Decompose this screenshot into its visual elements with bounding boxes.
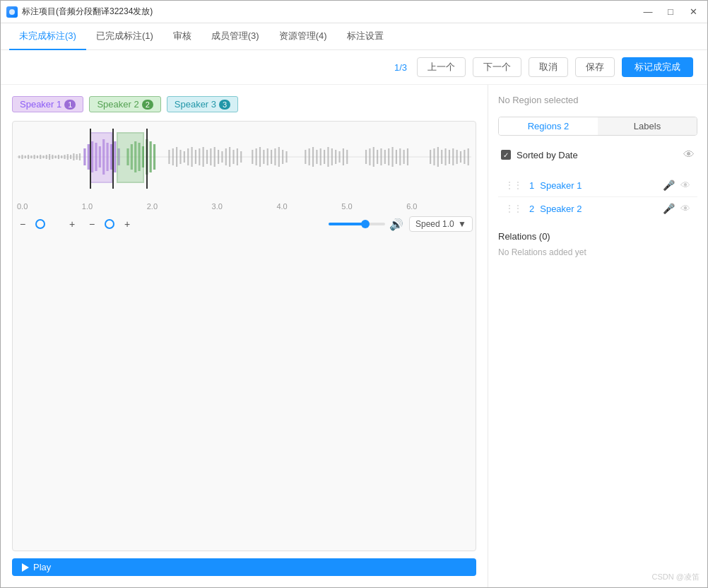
drag-handle-1[interactable]: ⋮⋮: [505, 180, 522, 190]
zoom-in-button-2[interactable]: +: [120, 217, 134, 231]
speed-select[interactable]: Speed 1.0 ▼: [409, 216, 473, 232]
tab-labels[interactable]: Labels: [598, 117, 697, 135]
play-button[interactable]: Play: [12, 558, 476, 576]
zoom-out-button-2[interactable]: −: [85, 217, 99, 231]
tab-settings[interactable]: 标注设置: [337, 23, 394, 50]
speaker-row-1-name: Speaker 1: [540, 180, 657, 191]
speaker-tag-2[interactable]: Speaker 2 2: [89, 96, 160, 112]
tab-review[interactable]: 审核: [163, 23, 201, 50]
maximize-button[interactable]: □: [662, 5, 679, 19]
svg-rect-89: [388, 148, 389, 165]
timeline-3: 3.0: [212, 202, 277, 211]
svg-rect-51: [206, 150, 208, 164]
svg-rect-20: [73, 153, 74, 160]
window-controls: — □ ✕: [639, 5, 702, 19]
speaker-3-label: Speaker 3: [175, 99, 216, 110]
region-speaker2[interactable]: [117, 132, 144, 183]
waveform-area: [17, 129, 471, 199]
mic-icon-2[interactable]: 🎤: [663, 203, 675, 214]
sort-checkbox[interactable]: [501, 150, 511, 160]
close-button[interactable]: ✕: [685, 5, 702, 19]
svg-rect-64: [263, 150, 264, 164]
save-button[interactable]: 保存: [575, 57, 615, 77]
svg-rect-21: [76, 154, 78, 160]
svg-rect-11: [46, 155, 47, 159]
svg-rect-92: [399, 148, 401, 165]
tab-resources[interactable]: 资源管理(4): [269, 23, 337, 50]
svg-rect-74: [316, 150, 317, 164]
svg-rect-46: [187, 148, 189, 165]
speaker-tag-1[interactable]: Speaker 1 1: [12, 96, 83, 112]
svg-rect-67: [274, 148, 276, 165]
svg-rect-15: [58, 155, 59, 159]
cursor-line-1: [90, 129, 91, 189]
speaker-tag-3[interactable]: Speaker 3 3: [167, 96, 238, 112]
tab-complete[interactable]: 已完成标注(1): [86, 23, 163, 50]
svg-rect-75: [320, 148, 321, 165]
svg-rect-71: [305, 150, 306, 164]
svg-rect-101: [452, 148, 454, 165]
timeline-4: 4.0: [276, 202, 341, 211]
timeline: 0.0 1.0 2.0 3.0 4.0 5.0 6.0: [13, 202, 476, 211]
zoom-out-button-1[interactable]: −: [16, 217, 30, 231]
eye-icon-2[interactable]: 👁: [680, 203, 690, 214]
svg-rect-42: [172, 148, 174, 165]
tab-incomplete[interactable]: 未完成标注(3): [9, 23, 86, 50]
right-panel: No Region selected Regions 2 Labels Sort…: [488, 85, 707, 587]
svg-rect-55: [221, 151, 223, 163]
drag-handle-2[interactable]: ⋮⋮: [505, 204, 522, 213]
eye-icon-1[interactable]: 👁: [680, 180, 690, 191]
prev-button[interactable]: 上一个: [417, 57, 466, 77]
svg-rect-66: [271, 150, 272, 164]
svg-rect-16: [61, 155, 62, 158]
zoom-circle-2: [105, 219, 114, 229]
volume-thumb[interactable]: [361, 220, 370, 228]
svg-rect-54: [218, 150, 219, 164]
svg-rect-52: [210, 148, 211, 165]
svg-rect-22: [79, 153, 81, 160]
tab-regions[interactable]: Regions 2: [499, 117, 598, 135]
svg-rect-50: [203, 147, 204, 167]
waveform-container[interactable]: 0.0 1.0 2.0 3.0 4.0 5.0 6.0 − + −: [12, 121, 476, 551]
volume-fill: [329, 223, 365, 225]
svg-rect-23: [83, 148, 85, 165]
svg-rect-83: [365, 150, 367, 164]
svg-rect-8: [37, 155, 38, 158]
cursor-line-3: [146, 129, 148, 189]
speaker-3-badge: 3: [219, 100, 230, 110]
next-button[interactable]: 下一个: [473, 57, 521, 77]
svg-rect-81: [343, 148, 344, 165]
svg-rect-14: [55, 155, 57, 158]
timeline-6: 6.0: [406, 202, 471, 211]
svg-rect-78: [331, 148, 333, 165]
zoom-in-button-1[interactable]: +: [65, 217, 79, 231]
svg-rect-91: [396, 150, 397, 164]
svg-rect-95: [430, 150, 431, 164]
svg-rect-45: [184, 151, 185, 163]
svg-rect-84: [369, 148, 370, 165]
svg-rect-82: [346, 150, 348, 164]
cancel-button[interactable]: 取消: [529, 57, 568, 77]
svg-rect-104: [464, 150, 465, 164]
minimize-button[interactable]: —: [639, 5, 656, 19]
svg-rect-59: [237, 148, 238, 165]
page-info: 1/3: [394, 62, 407, 73]
table-row: ⋮⋮ 1 Speaker 1 🎤 👁: [498, 174, 697, 197]
sorted-by-label: Sorted by Date: [517, 150, 678, 160]
svg-rect-4: [25, 155, 26, 158]
svg-rect-93: [403, 150, 405, 164]
svg-rect-90: [391, 147, 393, 167]
speaker-list: ⋮⋮ 1 Speaker 1 🎤 👁 ⋮⋮ 2 Speaker 2 🎤 👁: [498, 174, 697, 220]
svg-rect-58: [232, 150, 234, 164]
svg-rect-85: [373, 147, 374, 167]
sort-eye-icon[interactable]: 👁: [683, 148, 695, 161]
region-speaker1[interactable]: [90, 132, 112, 183]
mic-icon-1[interactable]: 🎤: [663, 180, 675, 191]
svg-rect-61: [252, 150, 253, 164]
tab-members[interactable]: 成员管理(3): [201, 23, 269, 50]
volume-slider[interactable]: [329, 223, 385, 225]
speaker-row-2-name: Speaker 2: [540, 204, 657, 214]
svg-rect-57: [229, 147, 230, 167]
timeline-2: 2.0: [147, 202, 212, 211]
complete-button[interactable]: 标记成完成: [622, 57, 693, 77]
